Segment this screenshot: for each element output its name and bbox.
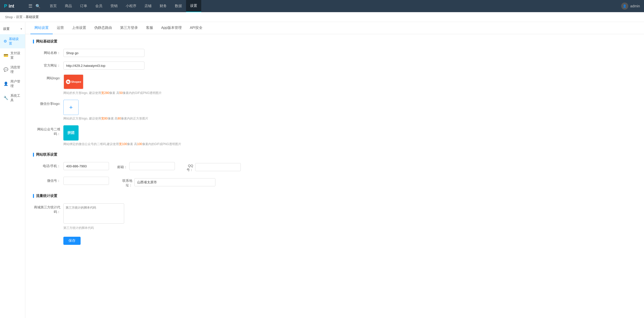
wechat-label: 微信号：	[33, 177, 63, 183]
users-icon: 👤	[4, 82, 8, 86]
breadcrumb: Shop › 设置 › 基础设置	[0, 12, 644, 22]
search-icon[interactable]: 🔍	[35, 4, 41, 9]
nav-miniapp[interactable]: 小程序	[122, 0, 140, 12]
section-basic-title: 网站基础设置	[33, 39, 636, 44]
wechat-control	[63, 177, 109, 185]
nav-data[interactable]: 数据	[171, 0, 186, 12]
wechat-logo-upload[interactable]: +	[63, 100, 79, 115]
site-name-label: 网站名称：	[33, 49, 63, 55]
form-row-contacts2: 微信号： 联系地址：	[33, 177, 636, 188]
nav-store[interactable]: 店铺	[140, 0, 156, 12]
tab-operations[interactable]: 运营	[53, 22, 68, 34]
sidebar-item-basic-label: 基础设置	[9, 37, 22, 46]
qq-input[interactable]	[195, 163, 241, 171]
site-url-label: 官方网址：	[33, 62, 63, 68]
logo-hint: 网站的长方形logo, 建议使用宽280像素 高50像素内的GIF或PNG透明图…	[63, 91, 162, 95]
basic-settings-icon: ⚙	[4, 39, 7, 44]
sidebar: 设置 ▾ ⚙ 基础设置 💳 支付设置 💬 消息管理 👤 用户管理 🔧 系统工具	[0, 22, 25, 318]
tools-icon: 🔧	[4, 96, 8, 100]
phone-label: 电话/手机：	[33, 162, 63, 168]
phone-input[interactable]	[63, 162, 109, 170]
section-stats-title: 流量统计设置	[33, 194, 636, 198]
form-row-contacts1: 电话/手机： 邮箱： QQ号：	[33, 162, 636, 172]
breadcrumb-settings[interactable]: 设置	[16, 15, 23, 19]
main-content: 网站设置 运营 上传设置 伪静态路由 第三方登录 客服 App版本管理 API安…	[25, 22, 644, 318]
sidebar-item-messages[interactable]: 💬 消息管理	[0, 63, 25, 77]
stats-hint: 第三方统计的脚本代码	[63, 226, 124, 230]
nav-items: 首页 商品 订单 会员 营销 小程序 店铺 财务 数据 设置	[46, 0, 621, 12]
wechat-logo-hint: 网站的正方形logo, 建议使用宽80像素 高80像素内的正方形图片	[63, 116, 148, 121]
site-url-input[interactable]	[63, 62, 144, 70]
sidebar-header: 设置 ▾	[0, 25, 25, 33]
breadcrumb-sep2: ›	[24, 15, 25, 19]
qrcode-image[interactable]: 拼团	[63, 125, 79, 141]
form-row-qrcode: 网站公众号二维码： 拼团 网站绑定的微信公众号的二维码,建议使用宽100像素 高…	[33, 125, 636, 146]
address-input[interactable]	[134, 178, 215, 186]
logo-p: P	[4, 4, 7, 9]
nav-members[interactable]: 会员	[91, 0, 106, 12]
logo-upload-box[interactable]: 🛍 Shopee	[63, 74, 84, 89]
shopee-text: Shopee	[71, 80, 81, 83]
nav-finance[interactable]: 财务	[156, 0, 171, 12]
sidebar-item-payment[interactable]: 💳 支付设置	[0, 48, 25, 63]
wechat-input[interactable]	[63, 177, 109, 185]
phone-control	[63, 162, 109, 170]
sidebar-item-tools-label: 系统工具	[10, 93, 22, 103]
breadcrumb-shop[interactable]: Shop	[5, 15, 13, 19]
tab-website[interactable]: 网站设置	[30, 22, 53, 34]
qq-label: QQ号：	[182, 162, 195, 172]
save-button[interactable]: 保存	[63, 237, 81, 245]
payment-icon: 💳	[4, 53, 8, 58]
tab-pseudostatic[interactable]: 伪静态路由	[90, 22, 116, 34]
tab-customer-service[interactable]: 客服	[142, 22, 157, 34]
logo-label: 网站logo:	[33, 74, 63, 81]
messages-icon: 💬	[4, 67, 8, 72]
form-row-site-url: 官方网址：	[33, 62, 636, 70]
nav-marketing[interactable]: 营销	[106, 0, 122, 12]
logo-control: 🛍 Shopee 网站的长方形logo, 建议使用宽280像素 高50像素内的G…	[63, 74, 162, 95]
tab-thirdparty-login[interactable]: 第三方登录	[116, 22, 142, 34]
user-area[interactable]: 👤 admin	[621, 3, 640, 10]
email-label: 邮箱：	[117, 163, 129, 169]
hamburger-icon[interactable]: ☰	[28, 3, 32, 9]
breadcrumb-current: 基础设置	[26, 15, 39, 19]
site-name-input[interactable]	[63, 49, 144, 57]
nav-settings[interactable]: 设置	[186, 0, 201, 12]
sidebar-item-payment-label: 支付设置	[10, 51, 22, 60]
form-row-wechat-logo: 微信分享logo: + 网站的正方形logo, 建议使用宽80像素 高80像素内…	[33, 100, 636, 121]
sidebar-item-tools[interactable]: 🔧 系统工具	[0, 91, 25, 105]
qrcode-hint: 网站绑定的微信公众号的二维码,建议使用宽100像素 高100像素内的GIF或PN…	[63, 142, 181, 146]
shopee-logo: 🛍 Shopee	[64, 75, 83, 89]
form-row-logo: 网站logo: 🛍 Shopee 网站的长方形logo, 建议使用宽280像素 …	[33, 74, 636, 95]
qrcode-label: 网站公众号二维码：	[33, 125, 63, 136]
form-area: 网站基础设置 网站名称： 官方网址： 网站logo:	[25, 34, 644, 250]
qrcode-control: 拼团 网站绑定的微信公众号的二维码,建议使用宽100像素 高100像素内的GIF…	[63, 125, 181, 146]
nav-orders[interactable]: 订单	[76, 0, 91, 12]
logo-text: int	[9, 4, 14, 9]
app-logo: P int	[4, 4, 24, 9]
sidebar-item-messages-label: 消息管理	[10, 65, 22, 74]
settings-tabs: 网站设置 运营 上传设置 伪静态路由 第三方登录 客服 App版本管理 API安…	[25, 22, 644, 34]
wechat-logo-control: + 网站的正方形logo, 建议使用宽80像素 高80像素内的正方形图片	[63, 100, 148, 121]
sidebar-item-users[interactable]: 👤 用户管理	[0, 77, 25, 91]
nav-products[interactable]: 商品	[61, 0, 76, 12]
stats-control: 第三方统计的脚本代码	[63, 203, 124, 230]
breadcrumb-sep1: ›	[14, 15, 15, 19]
tab-app-version[interactable]: App版本管理	[157, 22, 186, 34]
tab-upload[interactable]: 上传设置	[68, 22, 90, 34]
stats-code-textarea[interactable]	[63, 203, 124, 224]
section-contact-title: 网站联系设置	[33, 152, 636, 157]
address-label: 联系地址：	[117, 177, 134, 188]
email-input[interactable]	[129, 162, 175, 170]
top-navigation: P int ☰ 🔍 首页 商品 订单 会员 营销 小程序 店铺 财务 数据 设置…	[0, 0, 644, 12]
stats-code-label: 商城第三方统计代码：	[33, 203, 63, 214]
nav-home[interactable]: 首页	[46, 0, 61, 12]
form-row-stats: 商城第三方统计代码： 第三方统计的脚本代码	[33, 203, 636, 230]
main-layout: 设置 ▾ ⚙ 基础设置 💳 支付设置 💬 消息管理 👤 用户管理 🔧 系统工具 …	[0, 22, 644, 318]
site-url-control	[63, 62, 144, 70]
sidebar-item-basic[interactable]: ⚙ 基础设置	[0, 34, 25, 48]
form-row-site-name: 网站名称：	[33, 49, 636, 57]
sidebar-item-users-label: 用户管理	[10, 79, 22, 88]
site-name-control	[63, 49, 144, 57]
tab-api-security[interactable]: API安全	[186, 22, 207, 34]
